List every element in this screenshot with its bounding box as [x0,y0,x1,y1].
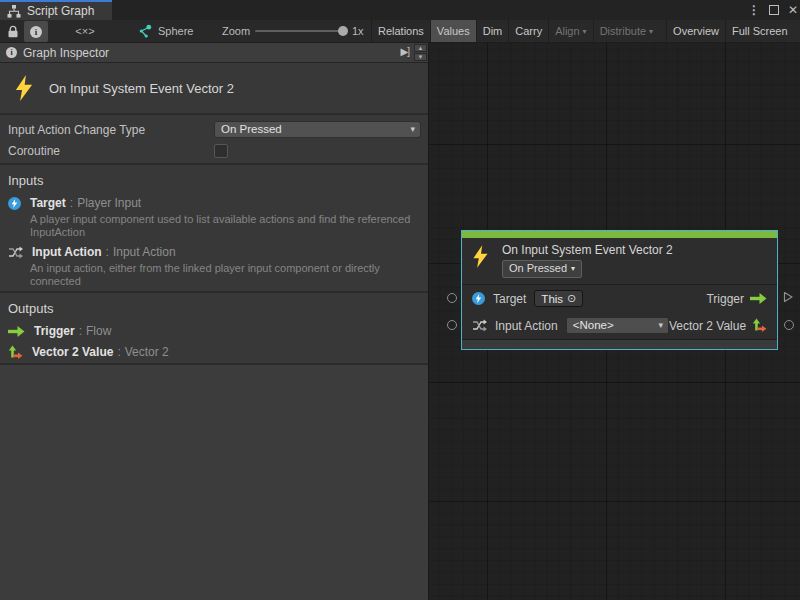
coroutine-label: Coroutine [8,144,60,158]
graph-owner-name[interactable]: Sphere [158,20,193,42]
node-title: On Input System Event Vector 2 [502,243,673,257]
scroll-down-icon[interactable]: ▼ [414,53,427,61]
tab-script-graph[interactable]: Script Graph [0,0,112,20]
graph-inspector-header: i Graph Inspector [0,43,428,63]
script-graph-tab-icon [7,5,21,18]
window-maximize-icon[interactable] [769,5,779,15]
toolbar-button-fullscreen[interactable]: Full Screen [725,20,794,42]
inspector-toggle-button[interactable]: i [24,21,48,42]
outputs-header: Outputs [0,300,428,318]
outputs-section: Outputs Trigger : Flow [0,293,428,365]
window-titlebar: Script Graph ⋮ ✕ [0,0,800,21]
toolbar-button-overview[interactable]: Overview [666,20,725,42]
trigger-port-label: Trigger [706,292,744,306]
lightning-icon [14,75,34,101]
toolbar-button-align[interactable]: Align▾ [548,20,592,42]
coroutine-row: Coroutine [0,141,428,161]
toolbar-button-relations[interactable]: Relations [371,20,430,42]
info-icon: i [6,47,17,58]
window-close-icon[interactable]: ✕ [788,0,798,20]
tab-label: Script Graph [27,4,94,18]
coroutine-checkbox[interactable] [214,144,228,158]
chevron-down-icon: ▾ [571,264,575,273]
input-action-port-label: Input Action [495,319,558,333]
zoom-slider[interactable] [255,30,343,32]
dock-panel-icon[interactable]: ▶] [401,46,409,57]
change-type-label: Input Action Change Type [8,123,145,137]
zoom-slider-handle[interactable] [338,26,348,36]
script-graph-asset-icon [138,24,152,38]
object-picker-icon: ⊙ [567,292,576,305]
unity-script-graph-window: Script Graph ⋮ ✕ i <×> Sphere Zoom 1x [0,0,800,600]
chevron-down-icon: ▾ [649,27,653,36]
toolbar-button-carry[interactable]: Carry [508,20,548,42]
input-item-target: Target : Player Input [0,195,428,211]
vector2-port-label: Vector 2 Value [669,319,746,333]
node-row-inputaction-vector2: Input Action <None> ▾ Vector 2 Value [462,312,777,339]
input-item-description: A player input component used to list av… [0,213,425,239]
inputs-section: Inputs Target : Player Input A player in… [0,165,428,293]
trigger-output-port[interactable] [782,291,794,303]
input-action-dropdown[interactable]: <None> ▾ [566,317,669,334]
chevron-down-icon: ▾ [410,122,415,137]
toolbar-toggle-group: Relations Values Dim Carry Align▾ Distri… [371,20,794,42]
change-type-row: Input Action Change Type On Pressed ▾ [0,120,428,140]
toolbar-button-distribute[interactable]: Distribute▾ [593,20,659,42]
unit-title: On Input System Event Vector 2 [49,81,234,96]
vector2-icon [752,318,767,333]
info-icon: i [30,26,42,38]
flow-arrow-icon [8,326,25,337]
lightning-icon [472,245,489,268]
node-on-input-system-event-vector2[interactable]: On Input System Event Vector 2 On Presse… [461,230,778,350]
flow-arrow-icon [750,293,767,304]
change-type-dropdown[interactable]: On Pressed ▾ [214,121,421,138]
node-event-color-bar [462,231,777,238]
chevron-down-icon: ▾ [583,27,587,36]
inputs-header: Inputs [0,172,428,190]
target-input-port[interactable] [447,293,457,303]
lock-icon[interactable] [7,25,19,38]
output-item-trigger: Trigger : Flow [0,323,428,339]
toolbar-button-values[interactable]: Values [430,20,476,42]
node-footer [462,339,777,349]
player-input-icon [8,197,21,210]
chevron-down-icon: ▾ [658,318,663,333]
input-action-icon [8,246,23,259]
output-item-vector2: Vector 2 Value : Vector 2 [0,344,428,360]
input-item-description: An input action, either from the linked … [0,262,425,288]
target-port-label: Target [493,292,526,306]
scroll-up-icon[interactable]: ▲ [414,44,427,52]
window-menu-icon[interactable]: ⋮ [748,0,760,20]
graph-toolbar: i <×> Sphere Zoom 1x Relations Values Di… [0,20,800,43]
player-input-icon [472,292,485,305]
input-item-input-action: Input Action : Input Action [0,244,428,260]
inspector-empty-area [0,365,428,600]
zoom-value: 1x [352,20,364,42]
target-object-field[interactable]: This ⊙ [534,290,583,307]
input-action-input-port[interactable] [447,320,457,330]
node-change-type-dropdown[interactable]: On Pressed▾ [502,260,582,278]
vector2-icon [8,345,23,360]
input-action-icon [472,319,487,332]
zoom-label: Zoom [222,20,250,42]
panel-scroll-buttons: ▲ ▼ [414,44,427,61]
graph-inspector-panel: i Graph Inspector ▶] ▲ ▼ On Input System… [0,43,429,600]
vector2-output-port[interactable] [784,320,794,330]
node-header: On Input System Event Vector 2 On Presse… [462,238,777,285]
node-row-target-trigger: Target This ⊙ Trigger [462,285,777,312]
unit-title-block: On Input System Event Vector 2 [0,63,428,115]
code-view-icon[interactable]: <×> [70,20,100,42]
graph-inspector-title: Graph Inspector [23,46,109,60]
toolbar-button-dim[interactable]: Dim [476,20,509,42]
unit-settings: Input Action Change Type On Pressed ▾ Co… [0,115,428,165]
